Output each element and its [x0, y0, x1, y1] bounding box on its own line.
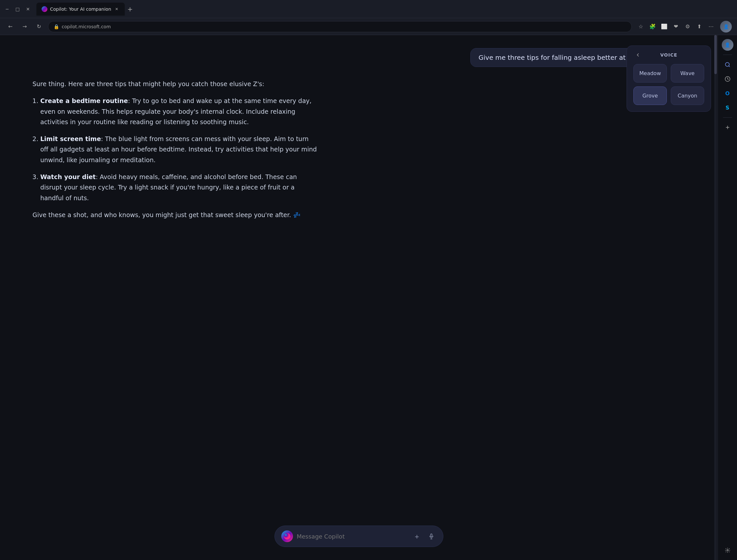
browser-chrome: ─ □ ✕ Copilot: Your AI companion ✕ +	[0, 0, 737, 18]
ai-outro: Give these a shot, and who knows, you mi…	[32, 210, 318, 220]
list-item: Watch your diet: Avoid heavy meals, caff…	[40, 172, 318, 203]
svg-point-8	[727, 550, 728, 551]
forward-button[interactable]: →	[19, 21, 30, 32]
share-button[interactable]: ⬆	[694, 21, 705, 32]
voice-panel-header: VOICE	[633, 52, 704, 58]
ai-response: Sure thing. Here are three tips that mig…	[26, 79, 318, 227]
sidebar-skype-icon[interactable]: S	[722, 102, 733, 113]
voice-option-wave[interactable]: Wave	[671, 64, 704, 83]
tip-1-title: Create a bedtime routine	[40, 97, 128, 104]
list-item: Create a bedtime routine: Try to go to b…	[40, 96, 318, 127]
user-message: Give me three tips for falling asleep be…	[470, 48, 653, 67]
maximize-button[interactable]: □	[14, 6, 21, 12]
copilot-logo-icon	[281, 530, 293, 542]
voice-option-grove[interactable]: Grove	[633, 86, 667, 105]
sidebar-search-icon[interactable]	[722, 59, 733, 71]
content-area: Give me three tips for falling asleep be…	[0, 35, 718, 560]
browser-settings-button[interactable]: ⚙	[682, 21, 693, 32]
window-controls: ─ □ ✕	[4, 6, 31, 12]
games-button[interactable]: ❤	[671, 21, 681, 32]
svg-rect-1	[430, 534, 432, 537]
right-sidebar: 👤 O S	[718, 35, 737, 560]
bottom-bar: +	[275, 526, 443, 547]
svg-point-0	[284, 533, 291, 540]
toolbar-right: ☆ 🧩 ⬜ ❤ ⚙ ⬆ ⋯ 👤	[636, 21, 732, 33]
tab-bar: Copilot: Your AI companion ✕ +	[36, 0, 733, 18]
sidebar-settings-icon[interactable]	[722, 544, 733, 556]
scrollbar-track	[714, 35, 717, 560]
user-avatar[interactable]: 👤	[720, 21, 732, 33]
sidebar-history-icon[interactable]	[722, 73, 733, 85]
tip-3-title: Watch your diet	[40, 173, 96, 180]
sidebar-outlook-icon[interactable]: O	[722, 87, 733, 99]
voice-back-button[interactable]	[633, 50, 642, 59]
extensions-button[interactable]: 🧩	[647, 21, 658, 32]
voice-option-meadow[interactable]: Meadow	[633, 64, 667, 83]
more-button[interactable]: ⋯	[706, 21, 716, 32]
split-view-button[interactable]: ⬜	[659, 21, 669, 32]
tab-title: Copilot: Your AI companion	[50, 7, 111, 12]
favorites-button[interactable]: ☆	[636, 21, 646, 32]
voice-panel-title: VOICE	[660, 52, 678, 58]
list-item: Limit screen time: The blue light from s…	[40, 134, 318, 165]
message-input-container: +	[275, 526, 443, 547]
ai-intro: Sure thing. Here are three tips that mig…	[32, 79, 318, 89]
address-bar[interactable]: 🔒 copilot.microsoft.com	[48, 21, 632, 32]
sidebar-divider-1	[723, 55, 732, 55]
svg-point-4	[725, 62, 729, 66]
minimize-button[interactable]: ─	[4, 6, 10, 12]
browser-toolbar: ← → ↻ 🔒 copilot.microsoft.com ☆ 🧩 ⬜ ❤ ⚙ …	[0, 18, 737, 35]
new-tab-button[interactable]: +	[125, 4, 135, 14]
tip-2-title: Limit screen time	[40, 135, 101, 142]
close-button[interactable]: ✕	[25, 6, 31, 12]
add-action-button[interactable]: +	[412, 531, 422, 541]
voice-panel: VOICE Meadow Wave Grove Canyon	[627, 46, 711, 112]
sidebar-user-avatar[interactable]: 👤	[722, 39, 733, 51]
voice-options-grid: Meadow Wave Grove Canyon	[633, 64, 704, 105]
message-input[interactable]	[297, 533, 408, 540]
refresh-button[interactable]: ↻	[34, 21, 44, 32]
main-layout: Give me three tips for falling asleep be…	[0, 35, 737, 560]
user-message-text: Give me three tips for falling asleep be…	[478, 54, 644, 61]
mic-button[interactable]	[426, 531, 436, 541]
voice-option-canyon[interactable]: Canyon	[671, 86, 704, 105]
scrollbar-thumb[interactable]	[714, 35, 717, 74]
back-button[interactable]: ←	[5, 21, 16, 32]
active-tab[interactable]: Copilot: Your AI companion ✕	[36, 3, 125, 16]
tips-list: Create a bedtime routine: Try to go to b…	[32, 96, 318, 203]
tab-close-button[interactable]: ✕	[114, 6, 120, 12]
sidebar-add-icon[interactable]	[722, 122, 733, 133]
tab-favicon	[42, 6, 47, 12]
sidebar-divider-2	[723, 117, 732, 118]
avatar-image: 👤	[720, 21, 732, 33]
